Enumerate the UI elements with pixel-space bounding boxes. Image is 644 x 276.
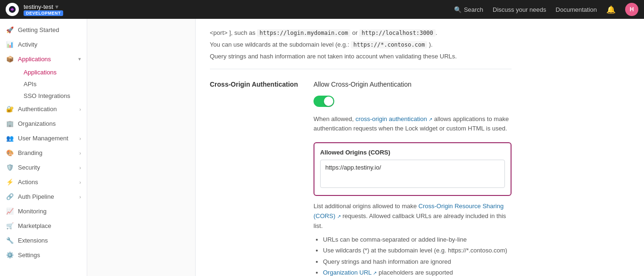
tenant-env-badge: DEVELOPMENT [24,10,63,16]
authentication-icon: 🔐 [6,106,14,113]
auth-pipeline-icon: 🔗 [6,193,14,200]
getting-started-icon: 🚀 [6,26,14,33]
sidebar-item-actions[interactable]: ⚡ Actions › [0,175,87,189]
activity-icon: 📊 [6,41,14,48]
sidebar-item-branding[interactable]: 🎨 Branding › [0,146,87,160]
external-link-icon: ↗ [373,270,377,276]
sidebar-subitem-applications[interactable]: Applications [18,66,87,78]
sidebar-item-monitoring[interactable]: 📈 Monitoring [0,204,87,219]
tenant-chevron: ▾ [55,3,58,10]
chevron-right-icon: › [79,136,81,141]
info-line2: You can use wildcards at the subdomain l… [210,40,512,50]
search-link[interactable]: 🔍 Search [454,6,483,13]
cors-box: Allowed Origins (CORS) https://app.testi… [314,142,512,196]
cors-link[interactable]: Cross-Origin Resource Sharing (CORS) ↗ [314,203,504,219]
sidebar-item-extensions[interactable]: 🔧 Extensions [0,233,87,248]
content-area: <port> ], such as https://login.mydomain… [87,19,644,276]
cors-textarea[interactable]: https://app.testiny.io/ [320,160,505,188]
applications-icon: 📦 [6,56,14,63]
code-wildcard: https://*.contoso.com [351,41,427,49]
sidebar-item-applications[interactable]: 📦 Applications ▾ [0,52,87,66]
toggle-row: Allow Cross-Origin Authentication When a… [314,81,512,133]
sidebar-label: Security [18,164,75,171]
cors-bullet-3: Query strings and hash information are i… [323,256,512,267]
code-localhost: http://localhost:3000 [359,29,436,37]
cors-box-label: Allowed Origins (CORS) [320,149,505,156]
cross-origin-right: Allow Cross-Origin Authentication When a… [314,69,512,276]
sidebar-item-user-management[interactable]: 👥 User Management › [0,131,87,146]
security-icon: 🛡️ [6,164,14,171]
settings-icon: ⚙️ [6,252,14,259]
org-url-suffix: placeholders are supported [379,269,453,276]
detail-panel: <port> ], such as https://login.mydomain… [196,19,526,276]
sidebar-item-settings[interactable]: ⚙️ Settings [0,248,87,262]
tenant-name[interactable]: testiny-test ▾ [24,3,63,10]
docs-link[interactable]: Documentation [556,6,597,13]
sidebar-item-activity[interactable]: 📊 Activity [0,37,87,52]
sidebar-label: Marketplace [18,222,81,229]
extensions-icon: 🔧 [6,237,14,244]
cors-bullet-1: URLs can be comma-separated or added lin… [323,234,512,245]
external-link-icon: ↗ [337,214,341,219]
cors-bullets: URLs can be comma-separated or added lin… [323,234,512,276]
sidebar-label: Activity [18,41,81,48]
cors-note: List additional origins allowed to make … [314,202,512,231]
sidebar-label: User Management [18,135,75,142]
cross-origin-auth-link[interactable]: cross-origin authentication ↗ [355,115,432,122]
main-layout: 🚀 Getting Started 📊 Activity 📦 Applicati… [0,19,644,276]
chevron-right-icon: › [79,194,81,200]
allow-cross-origin-label: Allow Cross-Origin Authentication [314,81,512,88]
cors-bullet-4: Organization URL ↗ placeholders are supp… [323,267,512,276]
allow-cross-origin-toggle[interactable] [314,96,334,107]
sidebar-label: Settings [18,252,81,259]
branding-icon: 🎨 [6,149,14,156]
sidebar-label: Organizations [18,120,81,127]
topnav-right: 🔍 Search Discuss your needs Documentatio… [454,3,638,16]
sidebar-label: Branding [18,149,75,156]
sidebar-item-auth-pipeline[interactable]: 🔗 Auth Pipeline › [0,189,87,204]
search-icon: 🔍 [454,6,462,13]
cors-section: Allowed Origins (CORS) https://app.testi… [314,142,512,276]
sidebar-label: Actions [18,179,75,186]
cross-origin-section: Cross-Origin Authentication Allow Cross-… [210,69,512,276]
sidebar-item-marketplace[interactable]: 🛒 Marketplace [0,219,87,233]
info-line3: Query strings and hash information are n… [210,52,512,62]
organizations-icon: 🏢 [6,120,14,127]
chevron-right-icon: › [79,106,81,112]
sidebar-item-authentication[interactable]: 🔐 Authentication › [0,102,87,116]
user-avatar[interactable]: H [625,3,638,16]
sidebar-label: Monitoring [18,208,81,215]
sidebar: 🚀 Getting Started 📊 Activity 📦 Applicati… [0,19,87,276]
sidebar-label: Auth Pipeline [18,193,75,200]
toggle-description: When allowed, cross-origin authenticatio… [314,114,512,133]
info-line1: <port> ], such as https://login.mydomain… [210,28,512,38]
cross-origin-label: Cross-Origin Authentication [210,81,304,88]
topnav: testiny-test ▾ DEVELOPMENT 🔍 Search Disc… [0,0,644,19]
sidebar-label: Applications [18,56,74,63]
cors-bullet-2: Use wildcards (*) at the subdomain level… [323,245,512,256]
sidebar-item-getting-started[interactable]: 🚀 Getting Started [0,23,87,37]
sidebar-label: Extensions [18,237,81,244]
app-logo[interactable] [6,3,19,16]
cross-origin-left: Cross-Origin Authentication [210,69,314,276]
sidebar-item-security[interactable]: 🛡️ Security › [0,160,87,175]
sidebar-subitem-apis[interactable]: APIs [18,78,87,90]
chevron-down-icon: ▾ [78,56,81,62]
url-info-block: <port> ], such as https://login.mydomain… [210,19,512,69]
monitoring-icon: 📈 [6,208,14,215]
applications-submenu: Applications APIs SSO Integrations [0,66,87,102]
user-management-icon: 👥 [6,135,14,142]
discuss-link[interactable]: Discuss your needs [493,6,546,13]
marketplace-icon: 🛒 [6,222,14,229]
org-url-link[interactable]: Organization URL ↗ [323,269,377,276]
sidebar-subitem-sso[interactable]: SSO Integrations [18,90,87,102]
notifications-bell-icon[interactable]: 🔔 [606,5,616,14]
sidebar-item-organizations[interactable]: 🏢 Organizations [0,116,87,131]
tenant-badge: testiny-test ▾ DEVELOPMENT [24,3,63,16]
code-login-domain: https://login.mydomain.com [257,29,350,37]
chevron-right-icon: › [79,150,81,156]
topnav-left: testiny-test ▾ DEVELOPMENT [6,3,63,16]
left-blank-panel [87,19,196,276]
chevron-right-icon: › [79,179,81,185]
sidebar-label: Authentication [18,106,75,113]
